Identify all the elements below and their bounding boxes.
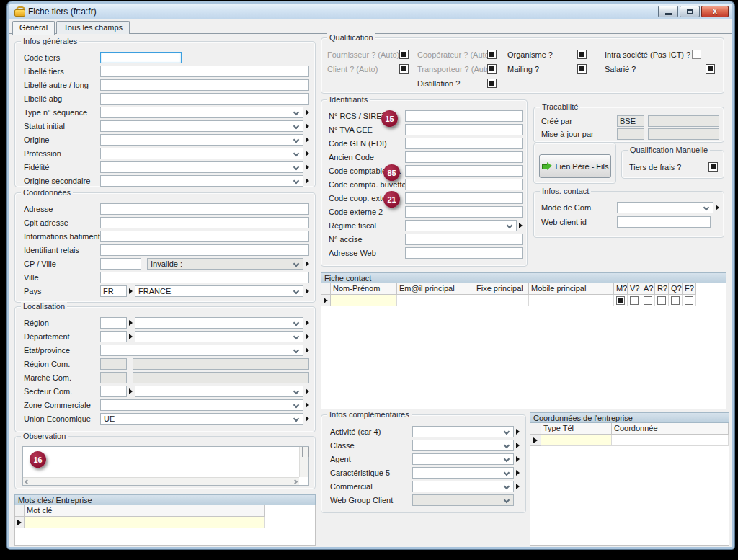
detail-arrow-icon[interactable] (306, 416, 309, 422)
row-selector[interactable] (321, 295, 331, 306)
regime-fiscal-combo[interactable] (405, 220, 517, 231)
detail-arrow-icon[interactable] (516, 484, 520, 489)
nom-prenom-cell[interactable] (331, 295, 397, 306)
mailing-checkbox[interactable] (577, 64, 587, 74)
email-principal-cell[interactable] (397, 295, 474, 306)
commercial-combo[interactable] (412, 481, 514, 492)
salarie-checkbox[interactable] (706, 64, 715, 74)
scroll-left-icon[interactable] (25, 479, 30, 484)
scroll-right-icon[interactable] (293, 479, 298, 484)
scroll-down-icon[interactable] (308, 447, 309, 457)
q-checkbox[interactable] (671, 296, 680, 305)
activite-combo[interactable] (412, 426, 514, 437)
close-button[interactable]: X (701, 6, 729, 17)
type-tel-cell[interactable] (541, 435, 612, 446)
ancien-code-input[interactable] (405, 151, 523, 163)
detail-arrow-icon[interactable] (306, 123, 309, 129)
profession-combo[interactable] (100, 148, 303, 159)
detail-arrow-icon[interactable] (519, 223, 523, 228)
code-tiers-input[interactable] (100, 52, 182, 63)
f-checkbox[interactable] (685, 296, 693, 305)
code-comptable-ext-input[interactable] (405, 165, 523, 177)
fixe-principal-cell[interactable] (474, 295, 529, 306)
detail-arrow-icon[interactable] (516, 456, 520, 462)
detail-arrow-icon[interactable] (306, 164, 309, 170)
code-compta-buvette-input[interactable] (405, 179, 523, 190)
detail-arrow-icon[interactable] (306, 320, 309, 326)
detail-arrow-icon[interactable] (129, 388, 133, 394)
agent-combo[interactable] (412, 453, 514, 465)
minimize-button[interactable] (658, 6, 678, 17)
region-code-input[interactable] (100, 317, 127, 329)
observation-textarea[interactable] (22, 446, 309, 486)
secteur-com-code-input[interactable] (100, 386, 127, 397)
r-flag-cell[interactable] (655, 295, 669, 306)
accise-input[interactable] (405, 234, 523, 245)
adresse-web-input[interactable] (405, 247, 523, 259)
zone-commerciale-combo[interactable] (100, 399, 303, 411)
pays-combo[interactable]: FRANCE (135, 285, 303, 297)
detail-arrow-icon[interactable] (306, 288, 309, 294)
fournisseur-checkbox[interactable] (399, 50, 409, 59)
rcs-siret-input[interactable] (405, 110, 523, 122)
tab-tous-les-champs[interactable]: Tous les champs (56, 21, 130, 34)
web-client-id-input[interactable] (617, 216, 711, 228)
detail-arrow-icon[interactable] (129, 288, 133, 294)
intra-societe-checkbox[interactable] (692, 50, 701, 59)
detail-arrow-icon[interactable] (716, 205, 719, 210)
v-checkbox[interactable] (630, 296, 639, 305)
cplt-adresse-input[interactable] (100, 217, 309, 228)
code-externe-2-input[interactable] (405, 206, 523, 218)
origine-combo[interactable] (100, 134, 303, 146)
etat-province-combo[interactable] (100, 345, 303, 356)
mode-de-com-combo[interactable] (617, 202, 713, 213)
tab-general[interactable]: Général (12, 21, 55, 35)
distillation-checkbox[interactable] (487, 79, 497, 88)
transporteur-checkbox[interactable] (487, 64, 497, 74)
detail-arrow-icon[interactable] (516, 443, 520, 448)
cooperateur-checkbox[interactable] (487, 50, 497, 59)
region-combo[interactable] (135, 317, 303, 329)
departement-code-input[interactable] (100, 331, 127, 342)
libelle-tiers-input[interactable] (100, 66, 309, 77)
classe-combo[interactable] (412, 440, 514, 451)
r-checkbox[interactable] (657, 296, 666, 305)
row-selector[interactable] (15, 517, 25, 528)
row-selector[interactable] (530, 435, 541, 446)
maximize-button[interactable] (680, 6, 700, 17)
m-flag-cell[interactable] (614, 295, 628, 306)
detail-arrow-icon[interactable] (516, 470, 520, 476)
pays-code-input[interactable]: FR (100, 285, 127, 297)
adresse-input[interactable] (100, 203, 309, 215)
mobile-principal-cell[interactable] (529, 295, 614, 306)
libelle-abg-input[interactable] (100, 93, 309, 105)
fidelite-combo[interactable] (100, 161, 303, 173)
libelle-autre-input[interactable] (100, 79, 309, 91)
informations-batiment-input[interactable] (100, 231, 309, 242)
web-group-client-combo[interactable] (412, 494, 514, 506)
tva-cee-input[interactable] (405, 124, 523, 135)
organisme-checkbox[interactable] (577, 50, 587, 59)
tiers-de-frais-checkbox[interactable] (708, 162, 718, 172)
caracteristique-5-combo[interactable] (412, 467, 514, 479)
detail-arrow-icon[interactable] (306, 347, 309, 353)
detail-arrow-icon[interactable] (306, 388, 309, 394)
f-flag-cell[interactable] (683, 295, 696, 306)
identifiant-relais-input[interactable] (100, 244, 309, 256)
client-checkbox[interactable] (399, 64, 409, 74)
detail-arrow-icon[interactable] (306, 137, 309, 143)
detail-arrow-icon[interactable] (129, 334, 133, 339)
detail-arrow-icon[interactable] (306, 261, 309, 267)
a-flag-cell[interactable] (641, 295, 655, 306)
type-sequence-combo[interactable] (100, 107, 303, 118)
ville-combo[interactable]: Invalide : (147, 258, 303, 270)
vertical-scrollbar[interactable] (299, 447, 308, 477)
detail-arrow-icon[interactable] (306, 151, 309, 156)
detail-arrow-icon[interactable] (306, 110, 309, 115)
a-checkbox[interactable] (644, 296, 652, 305)
title-bar[interactable]: Fiche tiers (fr:a:fr) X (9, 4, 732, 19)
origine-secondaire-combo[interactable] (100, 175, 303, 187)
detail-arrow-icon[interactable] (306, 402, 309, 408)
q-flag-cell[interactable] (669, 295, 683, 306)
lien-pere-fils-button[interactable]: Lien Père - Fils (539, 154, 611, 178)
